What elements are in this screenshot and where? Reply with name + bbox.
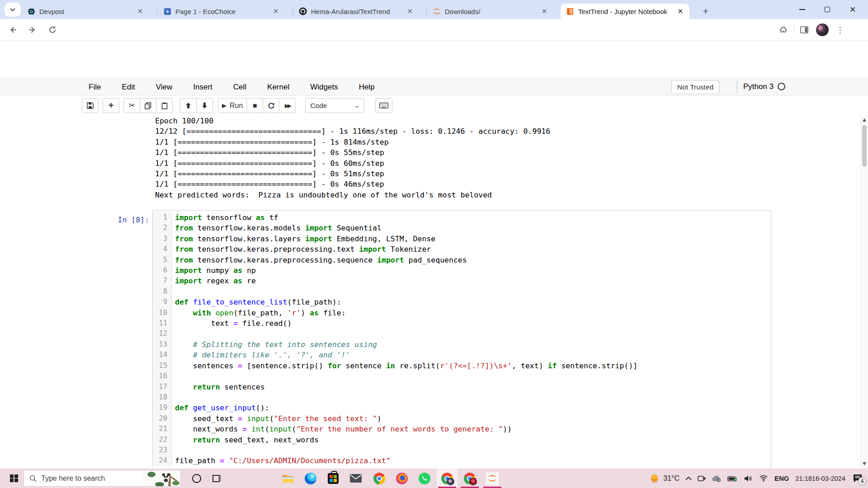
menu-cell[interactable]: Cell (223, 79, 257, 95)
cell-type-dropdown[interactable]: Code ⌄ (305, 98, 364, 113)
line-number: 6 (153, 265, 172, 276)
code-line[interactable]: 23 (153, 445, 771, 455)
move-cell-up-button[interactable] (180, 98, 197, 113)
code-line[interactable]: 19def get_user_input(): (153, 403, 771, 413)
tab-close-icon[interactable]: ✕ (271, 7, 280, 16)
menu-view[interactable]: View (146, 79, 183, 95)
scroll-down-icon[interactable] (863, 462, 866, 465)
code-line[interactable]: 16 (153, 371, 771, 381)
code-line[interactable]: 14 # delimiters like '.', '?', and '!' (153, 350, 771, 360)
taskbar-whatsapp[interactable] (414, 469, 435, 488)
add-cell-button[interactable]: + (103, 98, 119, 113)
code-line[interactable]: 10 with open(file_path, 'r') as file: (153, 308, 771, 318)
code-line[interactable]: 11 text = file.read() (153, 318, 771, 328)
extensions-icon[interactable] (778, 25, 788, 35)
notification-center-button[interactable]: 4 (853, 474, 863, 483)
cut-button[interactable]: ✂ (123, 98, 140, 113)
wifi-button[interactable] (759, 475, 768, 482)
copy-button[interactable] (140, 98, 156, 113)
command-palette-button[interactable] (375, 98, 392, 113)
code-line[interactable]: 6import numpy as np (153, 265, 771, 276)
menu-help[interactable]: Help (349, 79, 385, 95)
back-button[interactable] (6, 23, 19, 36)
taskbar-edge[interactable] (300, 469, 321, 488)
tab-close-icon[interactable]: ✕ (540, 7, 549, 16)
menu-file[interactable]: File (78, 79, 111, 95)
tab-ecochoice[interactable]: Page 1 - EcoChoice ✕ (158, 4, 285, 19)
tab-devpost[interactable]: D Devpost ✕ (22, 4, 149, 19)
taskbar-mail[interactable] (345, 469, 366, 488)
tab-close-icon[interactable]: ✕ (136, 7, 145, 16)
code-line[interactable]: 4from tensorflow.keras.preprocessing.tex… (153, 244, 771, 254)
code-line[interactable]: 22 return seed_text, next_words (153, 435, 771, 445)
reload-button[interactable] (46, 23, 59, 36)
save-button[interactable] (82, 98, 99, 113)
trust-status-button[interactable]: Not Trusted (671, 80, 719, 94)
code-line[interactable]: 18 (153, 392, 771, 403)
start-button[interactable] (5, 469, 24, 488)
output-line: Next predicted words: Pizza is undoubted… (155, 190, 550, 200)
window-maximize-button[interactable] (815, 0, 840, 19)
side-panel-icon[interactable] (800, 25, 809, 34)
code-line[interactable]: 21 next_words = int(input("Enter the num… (153, 424, 771, 434)
code-line[interactable]: 1import tensorflow as tf (153, 212, 771, 223)
tray-expand-button[interactable] (685, 476, 692, 480)
run-button[interactable]: ▶Run (218, 98, 247, 113)
meet-now-button[interactable] (698, 475, 706, 482)
window-close-button[interactable]: ✕ (840, 0, 865, 19)
menu-edit[interactable]: Edit (111, 79, 145, 95)
forward-button[interactable] (26, 23, 39, 36)
code-line[interactable]: 20 seed_text = input("Enter the seed tex… (153, 413, 771, 424)
code-cell[interactable]: 1import tensorflow as tf2from tensorflow… (152, 210, 771, 469)
search-highlight-image[interactable] (142, 470, 180, 487)
page-scrollbar[interactable] (860, 115, 868, 469)
menu-insert[interactable]: Insert (183, 79, 223, 95)
taskbar-chrome[interactable] (369, 469, 390, 488)
code-line[interactable]: 13 # Splitting the text into sentences u… (153, 339, 771, 350)
browser-menu-icon[interactable]: ⋮ (836, 25, 844, 35)
taskbar-store[interactable] (323, 469, 344, 488)
volume-button[interactable] (744, 475, 753, 482)
scrollbar-thumb[interactable] (862, 125, 867, 167)
paste-button[interactable] (156, 98, 173, 113)
interrupt-kernel-button[interactable]: ■ (246, 98, 263, 113)
code-line[interactable]: 24file_path = "C:/Users/ADMIN/Documents/… (153, 455, 771, 466)
tab-github[interactable]: Hema-Arularasi/TextTrend ✕ (293, 4, 419, 19)
task-view-button[interactable] (207, 469, 228, 488)
code-line[interactable]: 5from tensorflow.keras.preprocessing.seq… (153, 255, 771, 265)
taskbar-file-explorer[interactable] (278, 469, 298, 488)
move-cell-down-button[interactable] (196, 98, 213, 113)
tab-texttrend-active[interactable]: TextTrend - Jupyter Notebook ✕ (561, 4, 689, 19)
menu-widgets[interactable]: Widgets (300, 79, 348, 95)
taskbar-chrome-profile-2[interactable] (459, 469, 480, 488)
clock[interactable]: 21:18 16-03-2024 (796, 474, 845, 483)
tab-close-icon[interactable]: ✕ (676, 7, 685, 16)
onedrive-button[interactable] (712, 475, 722, 482)
run-all-button[interactable]: ▶▶ (279, 98, 296, 113)
tab-search-button[interactable] (5, 3, 21, 17)
tab-downloads[interactable]: Downloads/ ✕ (427, 4, 553, 19)
window-minimize-button[interactable] (789, 0, 815, 19)
language-indicator[interactable]: ENG (774, 474, 789, 482)
new-tab-button[interactable]: + (698, 4, 713, 19)
tab-close-icon[interactable]: ✕ (406, 7, 415, 16)
taskbar-firefox[interactable] (392, 469, 412, 488)
cortana-button[interactable] (186, 469, 207, 488)
code-line[interactable]: 3from tensorflow.keras.layers import Emb… (153, 234, 771, 244)
weather-button[interactable]: 31°C (649, 473, 679, 484)
code-line[interactable]: 12 (153, 328, 771, 339)
battery-button[interactable] (727, 475, 738, 482)
taskbar-chrome-profile-1[interactable] (437, 469, 458, 488)
code-line[interactable]: 7import regex as re (153, 276, 771, 286)
code-line[interactable]: 2from tensorflow.keras.models import Seq… (153, 223, 771, 233)
taskbar-jupyter[interactable] (482, 469, 503, 488)
menu-kernel[interactable]: Kernel (257, 79, 300, 95)
code-line[interactable]: 17 return sentences (153, 382, 771, 392)
restart-kernel-button[interactable] (263, 98, 279, 113)
code-line[interactable]: 15 sentences = [sentence.strip() for sen… (153, 361, 771, 371)
code-line[interactable]: 8 (153, 286, 771, 297)
taskbar-search-box[interactable]: Type here to search (24, 470, 181, 487)
profile-avatar[interactable] (816, 23, 829, 36)
code-line[interactable]: 9def file_to_sentence_list(file_path): (153, 297, 771, 307)
scroll-up-icon[interactable] (863, 118, 866, 122)
